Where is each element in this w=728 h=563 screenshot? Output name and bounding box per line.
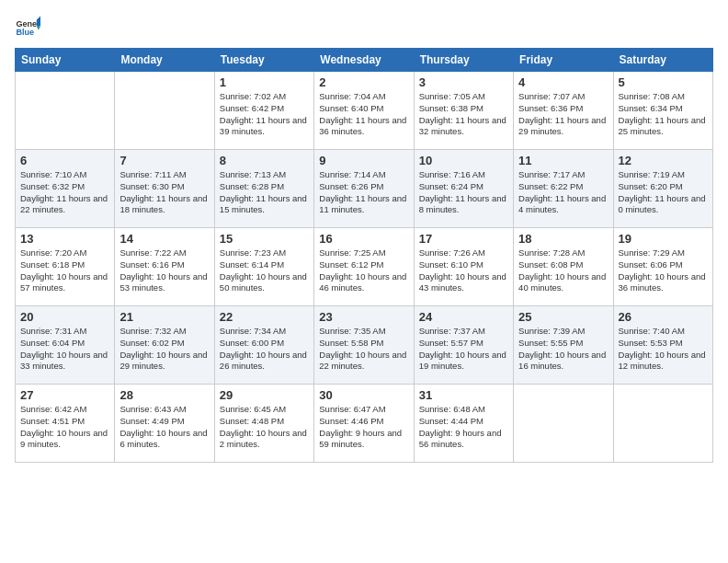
day-number: 6 [20, 154, 109, 167]
day-cell: 14Sunrise: 7:22 AM Sunset: 6:16 PM Dayli… [115, 228, 214, 306]
svg-marker-2 [37, 16, 40, 26]
day-cell: 1Sunrise: 7:02 AM Sunset: 6:42 PM Daylig… [214, 72, 313, 150]
day-info: Sunrise: 7:11 AM Sunset: 6:30 PM Dayligh… [119, 169, 209, 216]
day-number: 5 [619, 75, 708, 89]
weekday-header-thursday: Thursday [414, 49, 513, 72]
day-number: 10 [419, 154, 508, 167]
day-info: Sunrise: 7:40 AM Sunset: 5:53 PM Dayligh… [619, 326, 708, 373]
week-row-3: 13Sunrise: 7:20 AM Sunset: 6:18 PM Dayli… [16, 228, 713, 306]
day-number: 14 [119, 232, 209, 246]
calendar: SundayMondayTuesdayWednesdayThursdayFrid… [15, 48, 713, 463]
day-cell: 8Sunrise: 7:13 AM Sunset: 6:28 PM Daylig… [214, 150, 313, 228]
svg-marker-3 [37, 27, 40, 30]
day-info: Sunrise: 6:43 AM Sunset: 4:49 PM Dayligh… [119, 404, 209, 451]
day-cell [115, 72, 214, 150]
day-number: 3 [419, 75, 508, 89]
day-cell [514, 385, 613, 463]
day-number: 30 [319, 388, 408, 402]
week-row-4: 20Sunrise: 7:31 AM Sunset: 6:04 PM Dayli… [16, 306, 713, 385]
day-cell: 10Sunrise: 7:16 AM Sunset: 6:24 PM Dayli… [414, 150, 513, 228]
day-cell: 6Sunrise: 7:10 AM Sunset: 6:32 PM Daylig… [16, 150, 115, 228]
logo-icon: General Blue [15, 15, 40, 40]
day-cell: 17Sunrise: 7:26 AM Sunset: 6:10 PM Dayli… [414, 228, 513, 306]
day-number: 23 [319, 310, 408, 324]
day-cell: 16Sunrise: 7:25 AM Sunset: 6:12 PM Dayli… [314, 228, 414, 306]
day-number: 31 [419, 388, 508, 402]
day-number: 28 [119, 388, 209, 402]
day-number: 11 [518, 154, 608, 167]
day-info: Sunrise: 6:42 AM Sunset: 4:51 PM Dayligh… [20, 404, 109, 451]
day-info: Sunrise: 7:37 AM Sunset: 5:57 PM Dayligh… [419, 326, 508, 373]
week-row-1: 1Sunrise: 7:02 AM Sunset: 6:42 PM Daylig… [16, 72, 713, 150]
day-info: Sunrise: 6:45 AM Sunset: 4:48 PM Dayligh… [220, 404, 309, 451]
weekday-header-saturday: Saturday [613, 49, 712, 72]
day-number: 25 [518, 310, 608, 324]
day-info: Sunrise: 7:07 AM Sunset: 6:36 PM Dayligh… [518, 91, 608, 138]
weekday-header-tuesday: Tuesday [214, 49, 313, 72]
day-cell: 20Sunrise: 7:31 AM Sunset: 6:04 PM Dayli… [16, 306, 115, 385]
day-cell [16, 72, 115, 150]
day-info: Sunrise: 7:28 AM Sunset: 6:08 PM Dayligh… [518, 247, 608, 294]
day-number: 27 [20, 388, 109, 402]
day-number: 17 [419, 232, 508, 246]
day-number: 7 [119, 154, 209, 167]
day-number: 12 [619, 154, 708, 167]
calendar-body: 1Sunrise: 7:02 AM Sunset: 6:42 PM Daylig… [16, 72, 713, 463]
day-number: 21 [119, 310, 209, 324]
day-cell: 12Sunrise: 7:19 AM Sunset: 6:20 PM Dayli… [613, 150, 712, 228]
svg-text:Blue: Blue [16, 28, 34, 37]
day-number: 4 [518, 75, 608, 89]
day-info: Sunrise: 6:48 AM Sunset: 4:44 PM Dayligh… [419, 404, 508, 451]
day-cell: 31Sunrise: 6:48 AM Sunset: 4:44 PM Dayli… [414, 385, 513, 463]
day-info: Sunrise: 7:02 AM Sunset: 6:42 PM Dayligh… [220, 91, 309, 138]
day-number: 18 [518, 232, 608, 246]
day-number: 1 [220, 75, 309, 89]
week-row-2: 6Sunrise: 7:10 AM Sunset: 6:32 PM Daylig… [16, 150, 713, 228]
logo: General Blue [15, 15, 40, 40]
day-cell: 24Sunrise: 7:37 AM Sunset: 5:57 PM Dayli… [414, 306, 513, 385]
weekday-header-monday: Monday [115, 49, 214, 72]
day-info: Sunrise: 7:34 AM Sunset: 6:00 PM Dayligh… [220, 326, 309, 373]
weekday-header-friday: Friday [514, 49, 613, 72]
day-cell: 27Sunrise: 6:42 AM Sunset: 4:51 PM Dayli… [16, 385, 115, 463]
day-cell: 7Sunrise: 7:11 AM Sunset: 6:30 PM Daylig… [115, 150, 214, 228]
day-number: 26 [619, 310, 708, 324]
day-info: Sunrise: 7:29 AM Sunset: 6:06 PM Dayligh… [619, 247, 708, 294]
weekday-header-sunday: Sunday [16, 49, 115, 72]
day-cell: 22Sunrise: 7:34 AM Sunset: 6:00 PM Dayli… [214, 306, 313, 385]
day-info: Sunrise: 7:32 AM Sunset: 6:02 PM Dayligh… [119, 326, 209, 373]
day-info: Sunrise: 7:13 AM Sunset: 6:28 PM Dayligh… [220, 169, 309, 216]
day-info: Sunrise: 7:25 AM Sunset: 6:12 PM Dayligh… [319, 247, 408, 294]
day-number: 22 [220, 310, 309, 324]
day-cell: 13Sunrise: 7:20 AM Sunset: 6:18 PM Dayli… [16, 228, 115, 306]
day-number: 15 [220, 232, 309, 246]
day-cell: 30Sunrise: 6:47 AM Sunset: 4:46 PM Dayli… [314, 385, 414, 463]
header: General Blue [15, 15, 713, 40]
day-info: Sunrise: 7:05 AM Sunset: 6:38 PM Dayligh… [419, 91, 508, 138]
day-info: Sunrise: 7:14 AM Sunset: 6:26 PM Dayligh… [319, 169, 408, 216]
day-info: Sunrise: 7:22 AM Sunset: 6:16 PM Dayligh… [119, 247, 209, 294]
day-cell: 4Sunrise: 7:07 AM Sunset: 6:36 PM Daylig… [514, 72, 613, 150]
day-info: Sunrise: 7:16 AM Sunset: 6:24 PM Dayligh… [419, 169, 508, 216]
day-info: Sunrise: 7:10 AM Sunset: 6:32 PM Dayligh… [20, 169, 109, 216]
day-cell: 5Sunrise: 7:08 AM Sunset: 6:34 PM Daylig… [613, 72, 712, 150]
week-row-5: 27Sunrise: 6:42 AM Sunset: 4:51 PM Dayli… [16, 385, 713, 463]
day-cell: 9Sunrise: 7:14 AM Sunset: 6:26 PM Daylig… [314, 150, 414, 228]
day-cell: 29Sunrise: 6:45 AM Sunset: 4:48 PM Dayli… [214, 385, 313, 463]
day-info: Sunrise: 7:23 AM Sunset: 6:14 PM Dayligh… [220, 247, 309, 294]
day-number: 2 [319, 75, 408, 89]
day-number: 13 [20, 232, 109, 246]
day-cell: 28Sunrise: 6:43 AM Sunset: 4:49 PM Dayli… [115, 385, 214, 463]
day-cell: 26Sunrise: 7:40 AM Sunset: 5:53 PM Dayli… [613, 306, 712, 385]
day-info: Sunrise: 6:47 AM Sunset: 4:46 PM Dayligh… [319, 404, 408, 451]
day-cell: 3Sunrise: 7:05 AM Sunset: 6:38 PM Daylig… [414, 72, 513, 150]
weekday-header-row: SundayMondayTuesdayWednesdayThursdayFrid… [16, 49, 713, 72]
day-cell: 25Sunrise: 7:39 AM Sunset: 5:55 PM Dayli… [514, 306, 613, 385]
weekday-header-wednesday: Wednesday [314, 49, 414, 72]
day-number: 20 [20, 310, 109, 324]
day-info: Sunrise: 7:08 AM Sunset: 6:34 PM Dayligh… [619, 91, 708, 138]
day-info: Sunrise: 7:04 AM Sunset: 6:40 PM Dayligh… [319, 91, 408, 138]
day-info: Sunrise: 7:31 AM Sunset: 6:04 PM Dayligh… [20, 326, 109, 373]
day-info: Sunrise: 7:17 AM Sunset: 6:22 PM Dayligh… [518, 169, 608, 216]
day-number: 16 [319, 232, 408, 246]
